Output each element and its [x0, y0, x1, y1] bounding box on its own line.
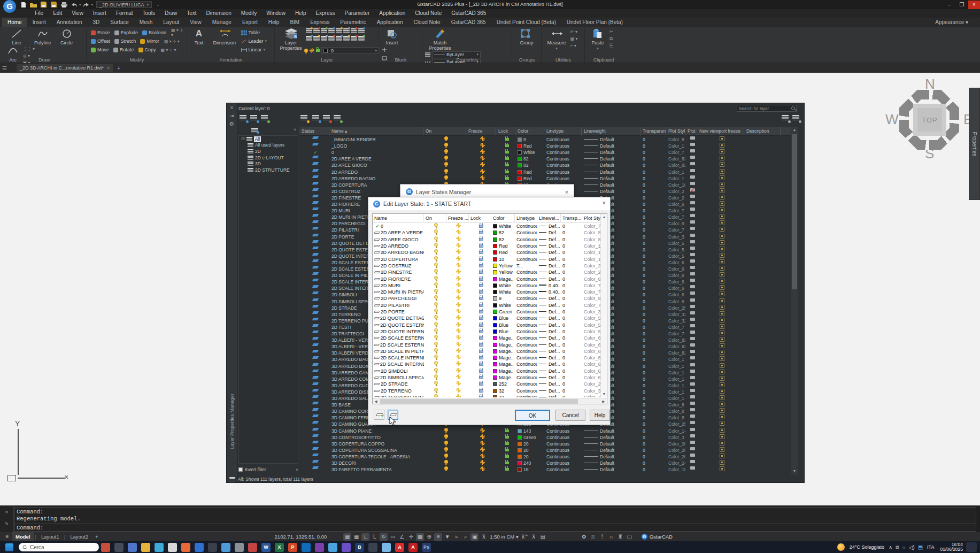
description-cell[interactable] — [744, 234, 781, 240]
clean-screen-icon[interactable]: ▢ — [626, 533, 634, 541]
dialog-lineweight-cell[interactable]: Def — [537, 394, 561, 397]
thaw-sun-icon[interactable] — [456, 229, 461, 234]
color-cell[interactable]: 18 — [515, 466, 544, 473]
description-cell[interactable] — [744, 220, 781, 227]
new-vp-freeze-cell[interactable] — [697, 195, 744, 201]
column-header-plot[interactable]: Plot — [685, 127, 697, 136]
dialog-table-row[interactable]: 2D COSTRUZYellowT...Def...0Color_2 — [373, 263, 601, 269]
dynamic-input-icon[interactable]: ✛ — [407, 533, 415, 541]
dialog-on-cell[interactable] — [424, 394, 446, 397]
tab-layout[interactable]: Layout — [158, 18, 184, 27]
dialog-lineweight-cell[interactable]: 0.40.. — [537, 289, 561, 295]
taskbar-search[interactable]: Cerca — [19, 543, 99, 551]
linetype-cell[interactable]: Continuous — [544, 454, 582, 460]
unlock-icon[interactable] — [505, 468, 509, 471]
tab-manage[interactable]: Manage — [207, 18, 237, 27]
bulb-on-icon[interactable] — [444, 162, 448, 166]
dialog-linetype-cell[interactable]: Continuous — [515, 381, 537, 387]
dialog-on-cell[interactable] — [424, 282, 446, 289]
printer-icon[interactable] — [690, 188, 695, 191]
thaw-sun-icon[interactable] — [480, 169, 485, 174]
printer-icon[interactable] — [690, 285, 695, 288]
menu-file[interactable]: File — [30, 9, 48, 18]
view-compass[interactable]: N E S W TOP — [888, 83, 973, 169]
printer-icon[interactable] — [690, 414, 695, 418]
lock-cell[interactable] — [496, 460, 515, 466]
new-vp-freeze-cell[interactable] — [697, 376, 744, 382]
thaw-sun-icon[interactable] — [480, 434, 485, 439]
description-cell[interactable] — [744, 272, 781, 279]
display-tray-icon[interactable]: ⧈ — [896, 544, 899, 550]
on-cell[interactable] — [423, 428, 466, 434]
table-row[interactable]: 3D FARETTO FERRAMENTA18ContinuousDefault… — [299, 466, 791, 473]
plot-cell[interactable] — [685, 247, 697, 253]
dialog-on-cell[interactable] — [424, 302, 446, 309]
dialog-linetype-cell[interactable]: Continuous — [515, 394, 537, 397]
dialog-table-row[interactable]: 2D SCALE IN PIETRAMage..ContinuousDef...… — [373, 348, 601, 355]
plot-cell[interactable] — [685, 285, 697, 291]
lock-cell[interactable] — [496, 149, 515, 156]
description-cell[interactable] — [744, 195, 781, 201]
layer-properties-button[interactable]: BLayer Properties — [279, 28, 303, 51]
modify-extra-tools[interactable]: ▦ ▾ ⊹ ▾ — [171, 28, 184, 37]
description-cell[interactable] — [744, 402, 781, 408]
menu-edit[interactable]: Edit — [48, 9, 67, 18]
bulb-on-icon[interactable] — [444, 143, 448, 147]
dialog-color-cell[interactable]: White — [491, 289, 515, 295]
dialog-on-cell[interactable] — [424, 381, 446, 387]
lock-cell[interactable] — [496, 136, 515, 143]
tab-help[interactable]: Help — [263, 18, 285, 27]
layer-tool-icon[interactable] — [358, 36, 365, 41]
measure-button[interactable]: Measure▾ — [545, 28, 568, 51]
unlock-icon[interactable] — [479, 376, 483, 379]
unlock-icon[interactable] — [479, 350, 483, 353]
layer-table-scrollbar[interactable]: ▲▼ — [791, 127, 798, 474]
transparency-cell[interactable]: 0 — [641, 447, 666, 454]
description-cell[interactable] — [744, 214, 781, 220]
description-cell[interactable] — [744, 331, 781, 337]
transparency-cell[interactable]: 0 — [641, 434, 666, 441]
new-vp-freeze-cell[interactable] — [697, 428, 744, 434]
unlock-icon[interactable] — [505, 462, 509, 464]
new-vp-freeze-cell[interactable] — [697, 402, 744, 408]
description-cell[interactable] — [744, 169, 781, 175]
viewport-freeze-icon[interactable] — [720, 175, 724, 180]
printer-icon[interactable] — [690, 441, 695, 444]
document-tab[interactable]: _2D 3D ARCHI in C...nnotativo R1.dwt*× — [17, 64, 113, 72]
dialog-freeze-cell[interactable] — [446, 282, 469, 289]
transparency-cell[interactable]: 0 — [641, 214, 666, 220]
viewport-freeze-icon[interactable] — [720, 389, 724, 394]
plot-cell[interactable] — [685, 331, 697, 337]
dialog-lock-cell[interactable] — [469, 315, 491, 321]
viewport-freeze-icon[interactable] — [720, 421, 724, 426]
bulb-on-icon[interactable] — [434, 243, 438, 247]
thaw-sun-icon[interactable] — [456, 263, 461, 267]
edit-dialog-hscrollbar[interactable]: ◀▶ — [373, 398, 607, 404]
dialog-color-cell[interactable]: 32 — [491, 388, 515, 394]
linetype-cell[interactable]: Continuous — [544, 434, 582, 441]
transparency-cell[interactable]: 0 — [641, 285, 666, 291]
filter-tree-item-2d-strutture[interactable]: 2D STRUTTURE — [239, 167, 298, 173]
description-cell[interactable] — [744, 337, 781, 343]
dialog-transparency-cell[interactable]: 0 — [561, 282, 582, 289]
viewport-freeze-icon[interactable] — [720, 279, 724, 283]
linetype-cell[interactable]: Continuous — [544, 428, 582, 434]
lock-cell[interactable] — [496, 428, 515, 434]
weather-label[interactable]: 24°C Soleggiato — [850, 544, 884, 550]
new-vp-freeze-cell[interactable] — [697, 285, 744, 291]
dialog-lock-cell[interactable] — [469, 243, 491, 249]
unlock-icon[interactable] — [479, 370, 483, 373]
dialog-freeze-cell[interactable] — [446, 361, 469, 367]
dialog-lineweight-cell[interactable]: Def... — [537, 269, 561, 275]
erase-button[interactable]: Erase — [89, 29, 112, 37]
description-cell[interactable] — [744, 460, 781, 466]
dialog-linetype-cell[interactable]: Continuous — [515, 289, 537, 295]
collapse-tree-icon[interactable]: « — [294, 127, 296, 132]
dialog-on-cell[interactable] — [424, 348, 446, 355]
save-as-icon[interactable] — [50, 1, 58, 8]
on-cell[interactable] — [423, 175, 466, 182]
printer-icon[interactable] — [690, 149, 695, 152]
color-cell[interactable]: 20 — [515, 441, 544, 447]
thaw-sun-icon[interactable] — [456, 348, 461, 353]
unlock-icon[interactable] — [505, 436, 509, 439]
